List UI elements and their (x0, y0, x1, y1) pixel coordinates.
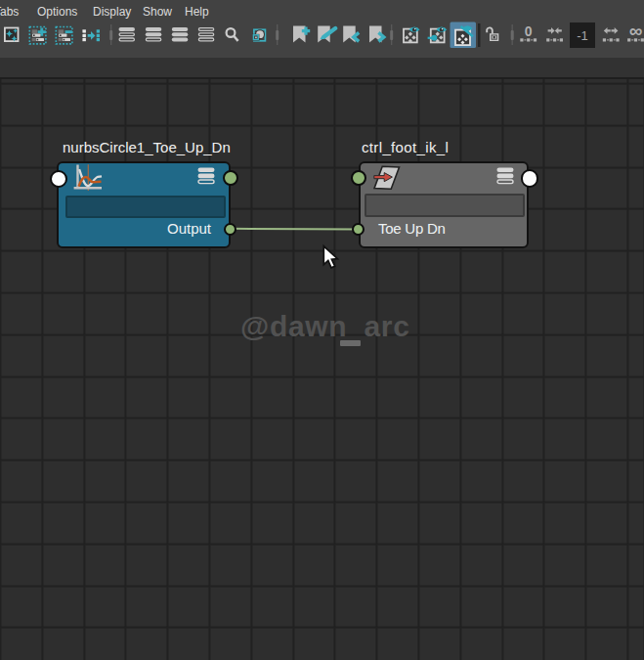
svg-text:-1: -1 (577, 28, 588, 43)
svg-text:∞: ∞ (629, 22, 643, 41)
svg-text:0: 0 (525, 23, 533, 39)
